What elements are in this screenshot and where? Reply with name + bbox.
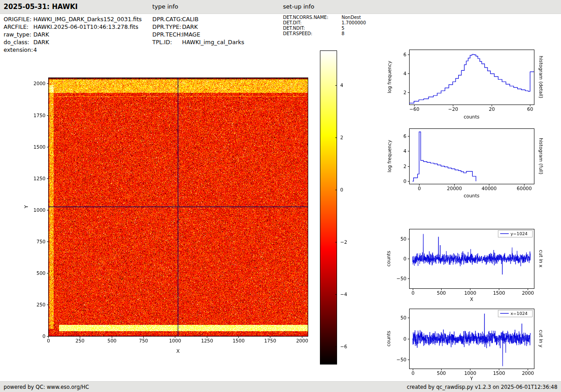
meta-row: extension:4 xyxy=(4,46,142,54)
meta-row: DET.NDIT:5 xyxy=(283,26,366,31)
meta-label: DPR.CATG: xyxy=(152,15,182,23)
page-title: 2025-05-31: HAWKI xyxy=(4,0,78,14)
meta-label: DPR.TECH: xyxy=(152,31,182,38)
meta-row: ARCFILE:HAWKI.2025-06-01T10:46:13.278.fi… xyxy=(4,23,142,31)
meta-label: raw_type: xyxy=(4,31,33,38)
meta-row: TPL.ID:HAWKI_img_cal_Darks xyxy=(152,38,244,46)
meta-row: DPR.TYPE:DARK xyxy=(152,23,244,31)
type-info-block: DPR.CATG:CALIB DPR.TYPE:DARK DPR.TECH:IM… xyxy=(152,15,244,46)
footer-bar: powered by QC: www.eso.org/HC created by… xyxy=(0,381,561,392)
footer-created-by: created by qc_rawdisp.py v1.2.3 on 2025-… xyxy=(407,382,557,392)
setup-info-block: DET.NCORRS.NAME:NonDest DET.DIT:1.700000… xyxy=(283,15,366,36)
colorbar xyxy=(315,46,356,369)
meta-row: DET.NCORRS.NAME:NonDest xyxy=(283,15,366,20)
meta-value: HAWKI.2025-06-01T10:46:13.278.fits xyxy=(33,23,138,31)
histogram-detail-plot xyxy=(385,43,561,124)
meta-value: NonDest xyxy=(342,15,361,20)
meta-value: HAWKI_img_cal_Darks xyxy=(182,38,244,46)
footer-powered-by: powered by QC: www.eso.org/HC xyxy=(4,382,89,392)
meta-value: DARK xyxy=(33,38,49,46)
histogram-full-plot xyxy=(385,123,561,204)
meta-value: 4 xyxy=(33,46,37,54)
qc-report-page: 2025-05-31: HAWKI type info set-up info … xyxy=(0,0,561,392)
meta-label: DET.NCORRS.NAME: xyxy=(283,15,342,20)
meta-value: HAWKI_IMG_DARK_Darks152_0031.fits xyxy=(33,15,142,23)
meta-row: DPR.CATG:CALIB xyxy=(152,15,244,23)
file-info-block: ORIGFILE:HAWKI_IMG_DARK_Darks152_0031.fi… xyxy=(4,15,142,54)
meta-value: 1.7000000 xyxy=(342,20,366,26)
meta-label: TPL.ID: xyxy=(152,38,182,46)
meta-value: DARK xyxy=(182,23,198,31)
meta-value: 8 xyxy=(342,31,344,36)
meta-label: ARCFILE: xyxy=(4,23,33,31)
meta-label: extension: xyxy=(4,46,33,54)
meta-row: DET.RSPEED:8 xyxy=(283,31,366,36)
meta-label: ORIGFILE: xyxy=(4,15,33,23)
meta-label: DET.NDIT: xyxy=(283,26,342,31)
header-bar: 2025-05-31: HAWKI type info set-up info xyxy=(0,0,561,14)
meta-value: CALIB xyxy=(182,15,199,23)
type-info-heading: type info xyxy=(152,0,178,14)
meta-row: DPR.TECH:IMAGE xyxy=(152,31,244,38)
meta-row: raw_type:DARK xyxy=(4,31,142,38)
meta-row: ORIGFILE:HAWKI_IMG_DARK_Darks152_0031.fi… xyxy=(4,15,142,23)
meta-row: do_class:DARK xyxy=(4,38,142,46)
cut-in-y-plot xyxy=(385,302,561,381)
meta-label: DET.DIT: xyxy=(283,20,342,26)
meta-value: IMAGE xyxy=(182,31,200,38)
meta-value: 5 xyxy=(342,26,344,31)
meta-value: DARK xyxy=(33,31,49,38)
cut-in-x-plot xyxy=(385,223,561,306)
meta-label: DET.RSPEED: xyxy=(283,31,342,36)
detector-image-plot xyxy=(18,68,315,360)
meta-row: DET.DIT:1.7000000 xyxy=(283,20,366,26)
meta-label: DPR.TYPE: xyxy=(152,23,182,31)
setup-info-heading: set-up info xyxy=(283,0,315,14)
meta-label: do_class: xyxy=(4,38,33,46)
